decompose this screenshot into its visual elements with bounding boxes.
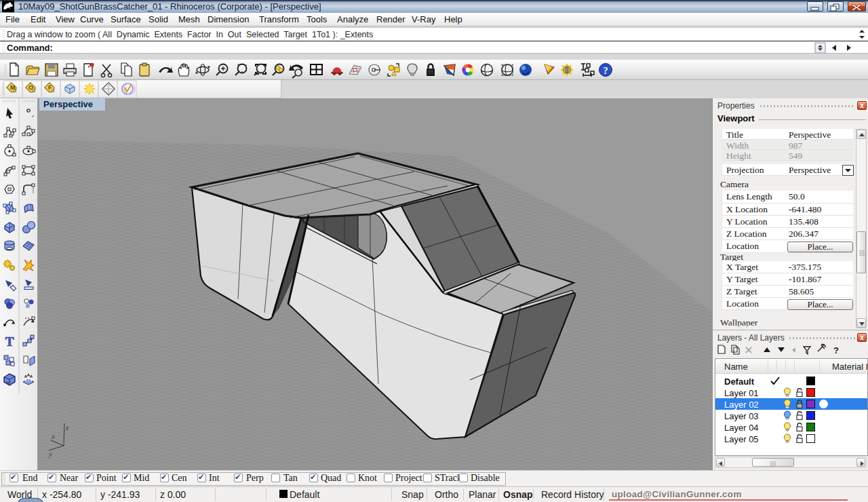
svg-text:F: F	[48, 84, 52, 91]
svg-text:?: ?	[603, 65, 608, 76]
svg-text:z: z	[65, 423, 69, 431]
svg-text:T: T	[5, 334, 14, 349]
svg-text:M: M	[10, 84, 16, 91]
svg-text:?: ?	[833, 345, 839, 355]
svg-text:y: y	[48, 450, 52, 458]
svg-text:O: O	[28, 84, 33, 91]
svg-text:x: x	[51, 432, 55, 440]
